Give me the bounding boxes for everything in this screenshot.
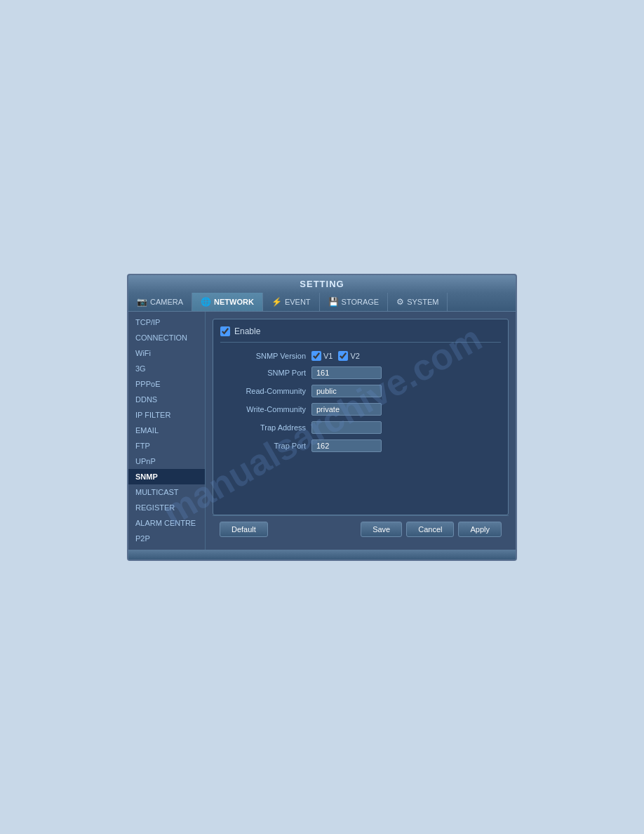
write-community-row: Write-Community [220, 403, 501, 416]
enable-row: Enable [220, 326, 501, 343]
apply-button[interactable]: Apply [458, 522, 502, 537]
v2-item: V2 [338, 351, 359, 361]
tab-network[interactable]: NETWORK [192, 293, 263, 311]
sidebar-register-label: REGISTER [135, 503, 175, 512]
sidebar-ftp-label: FTP [135, 442, 150, 450]
trap-port-row: Trap Port [220, 439, 501, 452]
enable-checkbox[interactable] [220, 326, 230, 336]
title-text: SETTING [300, 279, 344, 289]
sidebar-ddns-label: DDNS [135, 395, 157, 404]
sidebar-connection-label: CONNECTION [135, 333, 187, 342]
sidebar-wifi-label: WiFi [135, 349, 151, 357]
title-bar: SETTING [128, 275, 516, 293]
trap-address-row: Trap Address [220, 421, 501, 434]
write-community-input[interactable] [311, 403, 382, 416]
read-community-input[interactable] [311, 385, 382, 397]
sidebar-upnp-label: UPnP [135, 457, 156, 465]
system-icon [396, 297, 404, 307]
read-community-row: Read-Community [220, 385, 501, 397]
sidebar-p2p-label: P2P [135, 534, 150, 543]
tab-network-label: NETWORK [214, 298, 254, 306]
sidebar-item-snmp[interactable]: SNMP [128, 469, 205, 484]
event-icon [271, 297, 282, 307]
version-label: SNMP Version [220, 352, 311, 360]
port-row: SNMP Port [220, 366, 501, 379]
cancel-button[interactable]: Cancel [406, 522, 454, 537]
port-label: SNMP Port [220, 369, 311, 377]
camera-icon [137, 297, 147, 307]
sidebar-item-wifi[interactable]: WiFi [128, 345, 205, 361]
default-button[interactable]: Default [220, 522, 268, 537]
sidebar-item-connection[interactable]: CONNECTION [128, 330, 205, 345]
sidebar-item-ftp[interactable]: FTP [128, 438, 205, 454]
storage-icon [328, 297, 339, 307]
sidebar-snmp-label: SNMP [135, 472, 158, 481]
sidebar-item-tcpip[interactable]: TCP/IP [128, 315, 205, 330]
sidebar-item-ipfilter[interactable]: IP FILTER [128, 407, 205, 423]
enable-label: Enable [234, 326, 260, 336]
action-buttons: Save Cancel Apply [361, 522, 502, 537]
write-community-label: Write-Community [220, 405, 311, 413]
v1-label: V1 [323, 352, 333, 360]
port-input[interactable] [311, 366, 382, 379]
version-checkboxes: V1 V2 [311, 351, 360, 361]
v1-checkbox[interactable] [311, 351, 321, 361]
sidebar-pppoe-label: PPPoE [135, 380, 160, 388]
outer-wrapper: manualsarchive.com SETTING CAMERA NETWOR… [0, 0, 644, 834]
right-panel: Enable SNMP Version V1 V2 [206, 312, 516, 550]
tab-camera[interactable]: CAMERA [128, 293, 192, 311]
trap-port-label: Trap Port [220, 442, 311, 450]
sidebar-item-ddns[interactable]: DDNS [128, 392, 205, 407]
v1-item: V1 [311, 351, 333, 361]
network-icon [201, 297, 211, 307]
v2-checkbox[interactable] [338, 351, 348, 361]
sidebar-item-multicast[interactable]: MULTICAST [128, 484, 205, 500]
sidebar-3g-label: 3G [135, 364, 146, 373]
trap-port-input[interactable] [311, 439, 382, 452]
tab-event-label: EVENT [285, 298, 311, 306]
sidebar-item-p2p[interactable]: P2P [128, 531, 205, 546]
tab-event[interactable]: EVENT [263, 293, 320, 311]
snmp-content-box: Enable SNMP Version V1 V2 [213, 319, 509, 515]
version-row: SNMP Version V1 V2 [220, 351, 501, 361]
sidebar-item-email[interactable]: EMAIL [128, 423, 205, 438]
trap-address-label: Trap Address [220, 423, 311, 432]
sidebar-item-upnp[interactable]: UPnP [128, 454, 205, 469]
tab-storage-label: STORAGE [342, 298, 380, 306]
top-tabs: CAMERA NETWORK EVENT STORAGE SYSTEM [128, 293, 516, 312]
sidebar-item-pppoe[interactable]: PPPoE [128, 376, 205, 392]
sidebar-multicast-label: MULTICAST [135, 488, 179, 496]
sidebar-ipfilter-label: IP FILTER [135, 411, 170, 419]
setting-panel: SETTING CAMERA NETWORK EVENT STORAGE [127, 274, 517, 561]
bottom-bar: Default Save Cancel Apply [213, 515, 509, 543]
footer-strip [128, 550, 516, 560]
sidebar-alarmcentre-label: ALARM CENTRE [135, 519, 196, 527]
save-button[interactable]: Save [361, 522, 402, 537]
read-community-label: Read-Community [220, 387, 311, 395]
tab-system[interactable]: SYSTEM [388, 293, 448, 311]
v2-label: V2 [350, 352, 359, 360]
tab-system-label: SYSTEM [407, 298, 438, 306]
tab-camera-label: CAMERA [150, 298, 183, 306]
sidebar-email-label: EMAIL [135, 426, 159, 435]
sidebar-item-alarmcentre[interactable]: ALARM CENTRE [128, 515, 205, 531]
sidebar: TCP/IP CONNECTION WiFi 3G PPPoE DDNS [128, 312, 206, 550]
main-content: TCP/IP CONNECTION WiFi 3G PPPoE DDNS [128, 312, 516, 550]
tab-storage[interactable]: STORAGE [320, 293, 389, 311]
sidebar-item-3g[interactable]: 3G [128, 361, 205, 376]
trap-address-input[interactable] [311, 421, 382, 434]
sidebar-item-register[interactable]: REGISTER [128, 500, 205, 515]
sidebar-tcpip-label: TCP/IP [135, 318, 160, 326]
